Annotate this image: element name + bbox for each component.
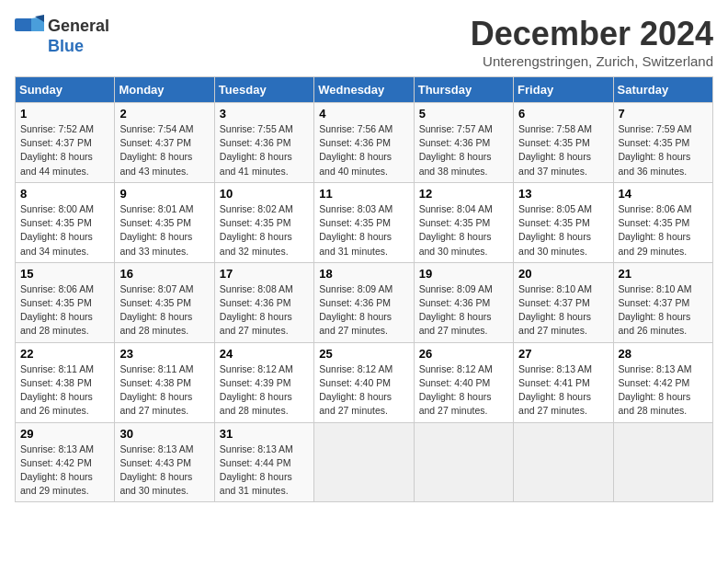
- day-number: 12: [419, 187, 508, 201]
- day-number: 6: [518, 107, 608, 121]
- day-info: Sunrise: 7:55 AMSunset: 4:36 PMDaylight:…: [220, 122, 309, 178]
- day-cell: 30Sunrise: 8:13 AMSunset: 4:43 PMDayligh…: [115, 422, 214, 502]
- logo-blue-text: Blue: [48, 37, 84, 56]
- day-cell: 3Sunrise: 7:55 AMSunset: 4:36 PMDaylight…: [214, 103, 313, 183]
- day-number: 10: [220, 187, 309, 201]
- day-number: 4: [319, 107, 408, 121]
- day-cell: 7Sunrise: 7:59 AMSunset: 4:35 PMDaylight…: [613, 103, 712, 183]
- day-info: Sunrise: 8:06 AMSunset: 4:35 PMDaylight:…: [619, 202, 708, 259]
- logo-icon: [15, 15, 44, 37]
- day-cell: 16Sunrise: 8:07 AMSunset: 4:35 PMDayligh…: [115, 262, 214, 342]
- day-number: 17: [220, 267, 309, 281]
- day-cell: 6Sunrise: 7:58 AMSunset: 4:35 PMDaylight…: [514, 103, 613, 183]
- day-number: 15: [20, 267, 109, 281]
- day-info: Sunrise: 8:12 AMSunset: 4:40 PMDaylight:…: [319, 362, 408, 419]
- header-cell-tuesday: Tuesday: [214, 77, 313, 103]
- month-title: December 2024: [471, 15, 713, 53]
- day-info: Sunrise: 7:57 AMSunset: 4:36 PMDaylight:…: [419, 122, 508, 178]
- day-info: Sunrise: 8:00 AMSunset: 4:35 PMDaylight:…: [20, 202, 109, 259]
- week-row-2: 8Sunrise: 8:00 AMSunset: 4:35 PMDaylight…: [16, 182, 713, 262]
- day-cell: 9Sunrise: 8:01 AMSunset: 4:35 PMDaylight…: [115, 182, 214, 262]
- svg-rect-0: [15, 18, 33, 31]
- week-row-4: 22Sunrise: 8:11 AMSunset: 4:38 PMDayligh…: [16, 342, 713, 422]
- day-number: 3: [220, 107, 309, 121]
- day-info: Sunrise: 8:13 AMSunset: 4:42 PMDaylight:…: [619, 362, 708, 419]
- day-info: Sunrise: 8:11 AMSunset: 4:38 PMDaylight:…: [20, 362, 109, 419]
- day-info: Sunrise: 8:01 AMSunset: 4:35 PMDaylight:…: [119, 202, 209, 259]
- week-row-5: 29Sunrise: 8:13 AMSunset: 4:42 PMDayligh…: [16, 422, 713, 502]
- day-info: Sunrise: 8:07 AMSunset: 4:35 PMDaylight:…: [119, 282, 209, 339]
- day-cell: 5Sunrise: 7:57 AMSunset: 4:36 PMDaylight…: [414, 103, 513, 183]
- day-cell: 24Sunrise: 8:12 AMSunset: 4:39 PMDayligh…: [214, 342, 313, 422]
- day-info: Sunrise: 8:12 AMSunset: 4:39 PMDaylight:…: [220, 362, 309, 419]
- day-cell: [514, 422, 613, 502]
- day-number: 26: [419, 347, 508, 361]
- day-number: 2: [119, 107, 209, 121]
- day-cell: 31Sunrise: 8:13 AMSunset: 4:44 PMDayligh…: [214, 422, 313, 502]
- day-cell: 21Sunrise: 8:10 AMSunset: 4:37 PMDayligh…: [613, 262, 712, 342]
- day-info: Sunrise: 8:09 AMSunset: 4:36 PMDaylight:…: [419, 282, 508, 339]
- day-number: 14: [619, 187, 708, 201]
- day-number: 23: [119, 347, 209, 361]
- calendar-body: 1Sunrise: 7:52 AMSunset: 4:37 PMDaylight…: [16, 103, 713, 502]
- day-cell: 19Sunrise: 8:09 AMSunset: 4:36 PMDayligh…: [414, 262, 513, 342]
- day-number: 7: [619, 107, 708, 121]
- day-cell: 8Sunrise: 8:00 AMSunset: 4:35 PMDaylight…: [16, 182, 115, 262]
- day-number: 8: [20, 187, 109, 201]
- day-number: 28: [619, 347, 708, 361]
- day-info: Sunrise: 7:56 AMSunset: 4:36 PMDaylight:…: [319, 122, 408, 178]
- day-info: Sunrise: 8:11 AMSunset: 4:38 PMDaylight:…: [119, 362, 209, 419]
- day-info: Sunrise: 8:05 AMSunset: 4:35 PMDaylight:…: [518, 202, 608, 259]
- day-cell: 12Sunrise: 8:04 AMSunset: 4:35 PMDayligh…: [414, 182, 513, 262]
- page-header: General Blue December 2024 Unterengstrin…: [15, 15, 713, 69]
- day-number: 5: [419, 107, 508, 121]
- header-cell-saturday: Saturday: [613, 77, 712, 103]
- day-info: Sunrise: 8:04 AMSunset: 4:35 PMDaylight:…: [419, 202, 508, 259]
- day-cell: 14Sunrise: 8:06 AMSunset: 4:35 PMDayligh…: [613, 182, 712, 262]
- day-number: 20: [518, 267, 608, 281]
- day-cell: 2Sunrise: 7:54 AMSunset: 4:37 PMDaylight…: [115, 103, 214, 183]
- day-number: 19: [419, 267, 508, 281]
- day-number: 22: [20, 347, 109, 361]
- day-info: Sunrise: 8:02 AMSunset: 4:35 PMDaylight:…: [220, 202, 309, 259]
- day-number: 9: [119, 187, 209, 201]
- day-number: 31: [220, 427, 309, 441]
- location-subtitle: Unterengstringen, Zurich, Switzerland: [471, 53, 713, 69]
- day-cell: [314, 422, 414, 502]
- day-cell: 27Sunrise: 8:13 AMSunset: 4:41 PMDayligh…: [514, 342, 613, 422]
- day-info: Sunrise: 7:54 AMSunset: 4:37 PMDaylight:…: [119, 122, 209, 178]
- day-info: Sunrise: 7:59 AMSunset: 4:35 PMDaylight:…: [619, 122, 708, 178]
- day-info: Sunrise: 8:10 AMSunset: 4:37 PMDaylight:…: [619, 282, 708, 339]
- day-info: Sunrise: 8:12 AMSunset: 4:40 PMDaylight:…: [419, 362, 508, 419]
- day-info: Sunrise: 8:13 AMSunset: 4:41 PMDaylight:…: [518, 362, 608, 419]
- day-cell: 17Sunrise: 8:08 AMSunset: 4:36 PMDayligh…: [214, 262, 313, 342]
- header-cell-friday: Friday: [514, 77, 613, 103]
- day-info: Sunrise: 7:58 AMSunset: 4:35 PMDaylight:…: [518, 122, 608, 178]
- day-number: 11: [319, 187, 408, 201]
- day-number: 29: [20, 427, 109, 441]
- day-cell: 18Sunrise: 8:09 AMSunset: 4:36 PMDayligh…: [314, 262, 414, 342]
- day-number: 21: [619, 267, 708, 281]
- day-cell: 20Sunrise: 8:10 AMSunset: 4:37 PMDayligh…: [514, 262, 613, 342]
- day-number: 30: [119, 427, 209, 441]
- calendar-header: SundayMondayTuesdayWednesdayThursdayFrid…: [16, 77, 713, 103]
- day-number: 16: [119, 267, 209, 281]
- day-number: 1: [20, 107, 109, 121]
- day-number: 13: [518, 187, 608, 201]
- header-row: SundayMondayTuesdayWednesdayThursdayFrid…: [16, 77, 713, 103]
- day-cell: 28Sunrise: 8:13 AMSunset: 4:42 PMDayligh…: [613, 342, 712, 422]
- day-info: Sunrise: 8:13 AMSunset: 4:43 PMDaylight:…: [119, 442, 209, 499]
- day-info: Sunrise: 8:03 AMSunset: 4:35 PMDaylight:…: [319, 202, 408, 259]
- day-info: Sunrise: 8:06 AMSunset: 4:35 PMDaylight:…: [20, 282, 109, 339]
- day-cell: 23Sunrise: 8:11 AMSunset: 4:38 PMDayligh…: [115, 342, 214, 422]
- day-number: 27: [518, 347, 608, 361]
- day-info: Sunrise: 8:08 AMSunset: 4:36 PMDaylight:…: [220, 282, 309, 339]
- day-info: Sunrise: 8:09 AMSunset: 4:36 PMDaylight:…: [319, 282, 408, 339]
- header-cell-monday: Monday: [115, 77, 214, 103]
- header-cell-sunday: Sunday: [16, 77, 115, 103]
- day-cell: 29Sunrise: 8:13 AMSunset: 4:42 PMDayligh…: [16, 422, 115, 502]
- day-number: 25: [319, 347, 408, 361]
- day-number: 18: [319, 267, 408, 281]
- day-cell: [414, 422, 513, 502]
- day-cell: 11Sunrise: 8:03 AMSunset: 4:35 PMDayligh…: [314, 182, 414, 262]
